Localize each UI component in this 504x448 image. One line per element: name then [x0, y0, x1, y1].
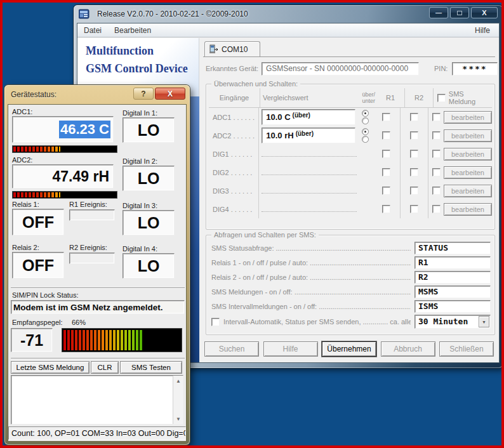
- clr-button[interactable]: CLR: [91, 361, 119, 374]
- desktop: Release V2.0.70 - 2010-02-21 - ©2009-201…: [0, 0, 504, 448]
- adc1-ueber-radio[interactable]: [362, 110, 369, 117]
- digital-in1-label: Digital In 1:: [123, 109, 157, 117]
- tabstrip: COM10: [203, 42, 495, 57]
- dig4-sms-checkbox[interactable]: [432, 205, 441, 213]
- maximize-button[interactable]: [450, 7, 469, 18]
- dig3-r2-checkbox[interactable]: [410, 187, 418, 195]
- main-titlebar[interactable]: Release V2.0.70 - 2010-02-21 - ©2009-201…: [74, 5, 503, 23]
- col-header-eingaenge: Eingänge: [209, 94, 260, 102]
- brand-line1: Multifunction: [86, 44, 154, 58]
- dig4-compare-placeholder: [262, 211, 357, 212]
- device-field[interactable]: GSMSensor - SN 00000000-000000-0000: [262, 62, 419, 76]
- sms-status-label: SMS Statusabfrage: .....................…: [211, 244, 411, 252]
- status-titlebar[interactable]: Gerätestatus: ? X: [4, 85, 190, 104]
- sms-intervall-label: SMS Intervallmeldungen - on / off: .....…: [211, 303, 411, 310]
- adc1-value: 46.23 C: [59, 121, 110, 138]
- dig2-r2-checkbox[interactable]: [410, 168, 418, 176]
- adc1-bearbeiten-button[interactable]: bearbeiten: [444, 111, 492, 124]
- adc2-unter-radio[interactable]: [362, 136, 369, 143]
- sim-status-box: Modem ist im GSM Netz angemeldet.: [11, 300, 185, 314]
- dig1-sms-checkbox[interactable]: [432, 150, 441, 158]
- status-close-button[interactable]: X: [155, 88, 185, 100]
- adc1-r1-checkbox[interactable]: [382, 113, 390, 121]
- intervall-automatik-checkbox[interactable]: [211, 318, 220, 326]
- adc2-compare-qualifier: (über): [296, 130, 314, 137]
- tab-com10[interactable]: COM10: [204, 41, 260, 56]
- adc1-value-box[interactable]: 46.23 C: [12, 116, 114, 143]
- tab-label: COM10: [222, 45, 248, 54]
- dig4-r2-checkbox[interactable]: [410, 205, 418, 213]
- row-label-dig4: DIG4 . . . . . .: [209, 206, 258, 213]
- schliessen-button[interactable]: Schließen: [439, 341, 494, 357]
- adc2-ueber-radio[interactable]: [362, 128, 369, 135]
- sms-status-field[interactable]: STATUS: [414, 242, 491, 254]
- dig3-sms-checkbox[interactable]: [432, 187, 441, 195]
- dig1-compare-placeholder: [262, 156, 357, 157]
- adc1-compare-value: 10.0 C: [266, 112, 290, 122]
- dig4-bearbeiten-button[interactable]: bearbeiten: [444, 203, 492, 216]
- sms-meldung-header-checkbox[interactable]: [437, 94, 446, 102]
- abbruch-button[interactable]: Abbruch: [381, 341, 435, 357]
- relais1-value: OFF: [22, 213, 54, 232]
- sms-testen-button[interactable]: SMS Testen: [120, 361, 182, 374]
- signal-bargraph: [62, 328, 182, 352]
- dig4-r1-checkbox[interactable]: [382, 205, 390, 213]
- dig2-r1-checkbox[interactable]: [382, 168, 390, 176]
- pin-field[interactable]: ****: [452, 62, 498, 76]
- suchen-button[interactable]: Suchen: [204, 341, 259, 357]
- adc2-compare-field[interactable]: 10.0 rH (über): [262, 128, 355, 143]
- adc1-unter-radio[interactable]: [362, 117, 369, 124]
- relais1-cmd-field[interactable]: R1: [414, 256, 491, 269]
- dig2-sms-checkbox[interactable]: [432, 168, 441, 176]
- intervall-dropdown[interactable]: 30 Minuten ▼: [414, 315, 491, 329]
- scroll-up-icon[interactable]: ▲: [174, 376, 183, 385]
- adc1-compare-field[interactable]: 10.0 C (über): [262, 109, 355, 125]
- brand-line2: GSM Control Device: [86, 62, 188, 76]
- adc2-value-box[interactable]: 47.49 rH: [12, 164, 114, 188]
- sms-meldungen-field[interactable]: MSMS: [414, 286, 491, 298]
- adc2-r1-checkbox[interactable]: [382, 131, 390, 140]
- hilfe-button[interactable]: Hilfe: [263, 341, 318, 357]
- adc2-sms-checkbox[interactable]: [432, 131, 441, 140]
- adc1-sms-checkbox[interactable]: [432, 113, 441, 121]
- adc2-bearbeiten-button[interactable]: bearbeiten: [444, 129, 492, 142]
- dig3-r1-checkbox[interactable]: [382, 187, 390, 195]
- letzte-sms-button[interactable]: Letzte SMS Meldung: [11, 361, 90, 374]
- menu-hilfe[interactable]: Hilfe: [466, 23, 499, 37]
- sms-group-title: Abfragen und Schalten per SMS:: [211, 231, 319, 239]
- scrollbar[interactable]: ▲ ▼: [173, 376, 183, 424]
- close-button[interactable]: X: [471, 7, 498, 18]
- adc1-compare-qualifier: (über): [293, 112, 310, 119]
- dig3-bearbeiten-button[interactable]: bearbeiten: [444, 185, 492, 197]
- status-client-area: ADC1: 46.23 C Digital In 1: LO ADC2: 47.…: [8, 104, 187, 442]
- monitor-row-adc2: ADC2 . . . . . . 10.0 rH (über): [209, 126, 492, 145]
- help-button[interactable]: ?: [133, 88, 154, 100]
- menu-datei[interactable]: Datei: [77, 23, 108, 37]
- relais2-value: OFF: [22, 256, 54, 275]
- digital-in3-label: Digital In 3:: [123, 202, 157, 209]
- app-icon: [79, 9, 90, 19]
- sms-message-area[interactable]: ▲ ▼: [11, 375, 183, 425]
- minimize-button[interactable]: —: [429, 7, 448, 18]
- dig1-bearbeiten-button[interactable]: bearbeiten: [444, 148, 492, 161]
- adc2-r2-checkbox[interactable]: [410, 131, 418, 140]
- monitor-row-dig1: DIG1 . . . . . . bearbeiten: [209, 145, 492, 163]
- dig1-r1-checkbox[interactable]: [382, 150, 390, 158]
- col-header-r2: R2: [405, 88, 434, 107]
- uebernehmen-button[interactable]: Übernehmen: [322, 341, 376, 357]
- dig1-r2-checkbox[interactable]: [410, 150, 418, 158]
- scroll-down-icon[interactable]: ▼: [174, 414, 183, 423]
- menu-bearbeiten[interactable]: Bearbeiten: [108, 23, 157, 37]
- digital-in1-value-box: LO: [123, 117, 175, 143]
- chevron-down-icon[interactable]: ▼: [479, 316, 489, 327]
- device-label: Erkanntes Gerät:: [206, 65, 258, 72]
- relais2-cmd-field[interactable]: R2: [414, 271, 491, 284]
- sms-intervall-field[interactable]: ISMS: [414, 300, 491, 313]
- dig2-bearbeiten-button[interactable]: bearbeiten: [444, 166, 492, 179]
- relais2-cmd-label: Relais 2 - on / off / pulse / auto: ....…: [211, 273, 411, 281]
- r1-ereignis-label: R1 Ereignis:: [69, 201, 107, 208]
- adc1-r2-checkbox[interactable]: [410, 113, 418, 121]
- col-header-r1: R1: [376, 88, 405, 107]
- row-label-dig1: DIG1 . . . . . .: [209, 150, 258, 158]
- minimize-icon: —: [435, 10, 442, 16]
